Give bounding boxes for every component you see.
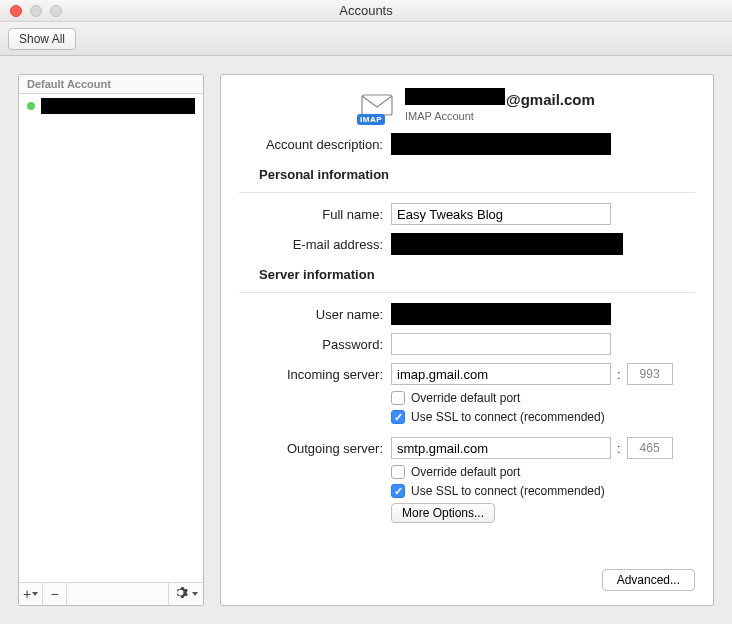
row-username: User name: (239, 303, 695, 325)
actions-menu-button[interactable] (169, 583, 203, 605)
label-incoming-ssl: Use SSL to connect (recommended) (411, 410, 605, 424)
input-incoming-server[interactable] (391, 363, 611, 385)
gear-icon (175, 586, 191, 602)
divider (239, 192, 695, 193)
account-title-suffix: @gmail.com (506, 91, 595, 108)
chevron-down-icon (192, 592, 198, 596)
account-list-item[interactable] (19, 94, 203, 118)
advanced-button[interactable]: Advanced... (602, 569, 695, 591)
close-window-button[interactable] (10, 5, 22, 17)
content-area: Default Account + − IMAP (0, 56, 732, 624)
remove-account-button[interactable]: − (43, 583, 67, 605)
row-password: Password: (239, 333, 695, 355)
mail-account-icon: IMAP (359, 87, 395, 123)
input-fullname[interactable] (391, 203, 611, 225)
label-outgoing-ssl: Use SSL to connect (recommended) (411, 484, 605, 498)
sidebar-footer: + − (19, 582, 203, 605)
imap-badge: IMAP (357, 114, 385, 125)
label-email: E-mail address: (239, 237, 391, 252)
account-title-redacted (405, 88, 505, 105)
footer-spacer (67, 583, 169, 605)
account-title: @gmail.com (405, 88, 595, 108)
traffic-lights (0, 5, 62, 17)
zoom-window-button[interactable] (50, 5, 62, 17)
label-description: Account description: (239, 137, 391, 152)
minimize-window-button[interactable] (30, 5, 42, 17)
row-outgoing-ssl[interactable]: Use SSL to connect (recommended) (391, 484, 695, 498)
section-personal: Personal information (259, 167, 695, 182)
label-password: Password: (239, 337, 391, 352)
input-password[interactable] (391, 333, 611, 355)
add-account-button[interactable]: + (19, 583, 43, 605)
label-incoming: Incoming server: (239, 367, 391, 382)
checkbox-incoming-override[interactable] (391, 391, 405, 405)
label-username: User name: (239, 307, 391, 322)
status-indicator-icon (27, 102, 35, 110)
account-subtitle: IMAP Account (405, 110, 595, 122)
label-incoming-override: Override default port (411, 391, 520, 405)
row-incoming-override[interactable]: Override default port (391, 391, 695, 405)
titlebar: Accounts (0, 0, 732, 22)
toolbar: Show All (0, 22, 732, 56)
svg-rect-0 (362, 95, 392, 115)
label-outgoing: Outgoing server: (239, 441, 391, 456)
row-incoming-ssl[interactable]: Use SSL to connect (recommended) (391, 410, 695, 424)
accounts-list[interactable] (19, 94, 203, 582)
input-incoming-port[interactable] (627, 363, 673, 385)
input-username[interactable] (391, 303, 611, 325)
port-separator: : (617, 367, 621, 382)
input-description[interactable] (391, 133, 611, 155)
account-name-redacted (41, 98, 195, 114)
row-outgoing: Outgoing server: : (239, 437, 695, 459)
row-incoming: Incoming server: : (239, 363, 695, 385)
show-all-button[interactable]: Show All (8, 28, 76, 50)
input-email[interactable] (391, 233, 623, 255)
sidebar-header: Default Account (19, 75, 203, 94)
account-header: IMAP @gmail.com IMAP Account (359, 87, 695, 123)
port-separator: : (617, 441, 621, 456)
window-title: Accounts (0, 3, 732, 18)
checkbox-outgoing-ssl[interactable] (391, 484, 405, 498)
divider (239, 292, 695, 293)
row-fullname: Full name: (239, 203, 695, 225)
label-outgoing-override: Override default port (411, 465, 520, 479)
input-outgoing-port[interactable] (627, 437, 673, 459)
accounts-sidebar: Default Account + − (18, 74, 204, 606)
more-options-button[interactable]: More Options... (391, 503, 495, 523)
input-outgoing-server[interactable] (391, 437, 611, 459)
checkbox-incoming-ssl[interactable] (391, 410, 405, 424)
label-fullname: Full name: (239, 207, 391, 222)
row-description: Account description: (239, 133, 695, 155)
settings-panel: IMAP @gmail.com IMAP Account Account des… (220, 74, 714, 606)
row-email: E-mail address: (239, 233, 695, 255)
row-outgoing-override[interactable]: Override default port (391, 465, 695, 479)
checkbox-outgoing-override[interactable] (391, 465, 405, 479)
section-server: Server information (259, 267, 695, 282)
